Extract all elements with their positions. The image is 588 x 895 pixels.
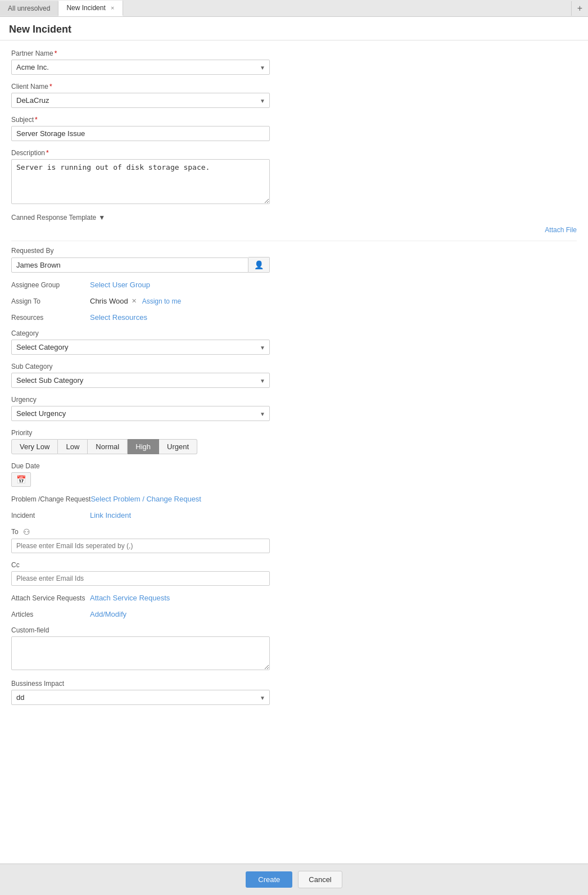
resources-label: Resources <box>11 314 90 322</box>
urgency-select[interactable]: Select Urgency <box>11 406 270 421</box>
category-label: Category <box>11 329 577 337</box>
priority-urgent-button[interactable]: Urgent <box>159 439 197 454</box>
custom-field-textarea[interactable] <box>11 636 270 670</box>
app-container: All unresolved New Incident × + New Inci… <box>0 0 588 895</box>
urgency-group: Urgency Select Urgency ▼ <box>11 396 577 421</box>
due-date-row: 📅 <box>11 472 577 487</box>
assignee-group-label: Assignee Group <box>11 281 90 289</box>
attach-service-requests-label: Attach Service Requests <box>11 594 90 602</box>
canned-response-template[interactable]: Canned Response Template ▼ <box>11 214 577 222</box>
sub-category-select[interactable]: Select Sub Category <box>11 373 270 388</box>
attach-file-row: Attach File <box>11 226 577 234</box>
page-title: New Incident <box>0 17 588 40</box>
subject-label: Subject* <box>11 116 577 124</box>
cc-email-label: Cc <box>11 561 20 569</box>
assignee-group-row: Assignee Group Select User Group <box>11 281 577 289</box>
category-group: Category Select Category ▼ <box>11 329 577 355</box>
calendar-icon-button[interactable]: 📅 <box>11 472 31 487</box>
cancel-button[interactable]: Cancel <box>298 871 342 888</box>
tab-all-unresolved[interactable]: All unresolved <box>0 1 58 16</box>
priority-group: Priority Very Low Low Normal High Urgent <box>11 429 577 454</box>
attach-service-requests-link[interactable]: Attach Service Requests <box>90 594 170 602</box>
tab-new-incident[interactable]: New Incident × <box>58 1 123 16</box>
business-impact-label: Bussiness Impact <box>11 680 577 688</box>
attach-service-requests-row: Attach Service Requests Attach Service R… <box>11 594 577 602</box>
priority-low-button[interactable]: Low <box>58 439 88 454</box>
problem-change-request-row: Problem /Change Request Select Problem /… <box>11 495 577 503</box>
assign-to-me-link[interactable]: Assign to me <box>142 297 181 305</box>
assign-to-value: Chris Wood ✕ <box>90 297 137 305</box>
link-incident-link[interactable]: Link Incident <box>90 511 131 519</box>
select-resources-link[interactable]: Select Resources <box>90 313 147 322</box>
requested-by-input[interactable] <box>11 257 248 273</box>
subject-input[interactable] <box>11 126 270 141</box>
partner-name-label: Partner Name* <box>11 49 577 57</box>
due-date-label: Due Date <box>11 462 577 470</box>
partner-name-group: Partner Name* Acme Inc. ▼ <box>11 49 577 75</box>
client-name-label: Client Name* <box>11 83 577 91</box>
category-select[interactable]: Select Category <box>11 340 270 355</box>
urgency-select-wrapper: Select Urgency ▼ <box>11 406 270 421</box>
select-problem-change-request-link[interactable]: Select Problem / Change Request <box>91 495 201 503</box>
to-email-input[interactable] <box>11 539 270 553</box>
create-button[interactable]: Create <box>246 871 292 888</box>
to-email-label: To <box>11 528 19 536</box>
priority-normal-button[interactable]: Normal <box>88 439 128 454</box>
main-content: Partner Name* Acme Inc. ▼ Client Name* D… <box>0 40 588 864</box>
cc-email-label-row: Cc <box>11 561 577 569</box>
footer: Create Cancel <box>0 864 588 895</box>
due-date-group: Due Date 📅 <box>11 462 577 487</box>
sub-category-label: Sub Category <box>11 363 577 370</box>
sub-category-select-wrapper: Select Sub Category ▼ <box>11 373 270 388</box>
category-select-wrapper: Select Category ▼ <box>11 340 270 355</box>
client-name-select[interactable]: DeLaCruz <box>11 93 270 108</box>
to-email-label-row: To ⚇ <box>11 527 577 536</box>
client-name-group: Client Name* DeLaCruz ▼ <box>11 83 577 108</box>
group-icon: ⚇ <box>23 527 30 536</box>
canned-response-chevron-icon: ▼ <box>98 214 105 222</box>
partner-name-select-wrapper: Acme Inc. ▼ <box>11 60 270 75</box>
description-textarea[interactable]: Server is running out of disk storage sp… <box>11 159 270 204</box>
business-impact-select-wrapper: dd ▼ <box>11 690 270 705</box>
subject-group: Subject* <box>11 116 577 141</box>
divider-1 <box>11 241 577 241</box>
requested-by-group: Requested By 👤 <box>11 247 577 273</box>
custom-field-group: Custom-field <box>11 626 577 672</box>
assign-to-label: Assign To <box>11 297 90 305</box>
articles-row: Articles Add/Modify <box>11 610 577 618</box>
add-modify-articles-link[interactable]: Add/Modify <box>90 610 126 618</box>
priority-very-low-button[interactable]: Very Low <box>11 439 58 454</box>
to-email-section: To ⚇ <box>11 527 577 553</box>
business-impact-select[interactable]: dd <box>11 690 270 705</box>
sub-category-group: Sub Category Select Sub Category ▼ <box>11 363 577 388</box>
resources-row: Resources Select Resources <box>11 313 577 322</box>
priority-label: Priority <box>11 429 577 437</box>
partner-name-select[interactable]: Acme Inc. <box>11 60 270 75</box>
incident-label: Incident <box>11 512 90 519</box>
select-user-group-link[interactable]: Select User Group <box>90 281 150 289</box>
cc-email-input[interactable] <box>11 571 270 586</box>
urgency-label: Urgency <box>11 396 577 404</box>
custom-field-label: Custom-field <box>11 626 577 634</box>
problem-change-request-label: Problem /Change Request <box>11 495 91 503</box>
articles-label: Articles <box>11 611 90 618</box>
add-tab-button[interactable]: + <box>571 1 588 16</box>
description-label: Description* <box>11 149 577 157</box>
description-group: Description* Server is running out of di… <box>11 149 577 206</box>
incident-row: Incident Link Incident <box>11 511 577 519</box>
assign-to-row: Assign To Chris Wood ✕ Assign to me <box>11 297 577 305</box>
close-tab-icon[interactable]: × <box>111 4 114 11</box>
priority-buttons: Very Low Low Normal High Urgent <box>11 439 577 454</box>
tab-bar: All unresolved New Incident × + <box>0 0 588 17</box>
remove-assignee-icon[interactable]: ✕ <box>132 297 137 305</box>
attach-file-link[interactable]: Attach File <box>545 226 577 234</box>
cc-email-section: Cc <box>11 561 577 586</box>
client-name-select-wrapper: DeLaCruz ▼ <box>11 93 270 108</box>
priority-high-button[interactable]: High <box>128 439 159 454</box>
requested-by-label: Requested By <box>11 247 577 255</box>
person-select-icon-button[interactable]: 👤 <box>248 257 270 273</box>
requested-by-row: 👤 <box>11 257 270 273</box>
business-impact-group: Bussiness Impact dd ▼ <box>11 680 577 705</box>
